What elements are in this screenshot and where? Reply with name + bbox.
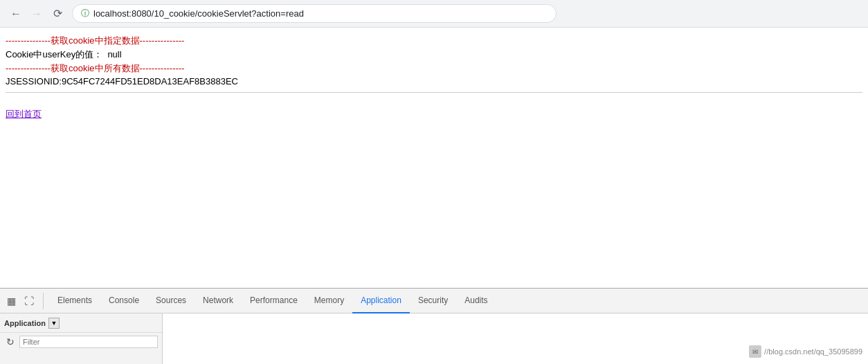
watermark-area: ✉ //blog.csdn.net/qq_35095899 xyxy=(749,339,868,364)
forward-button[interactable]: → xyxy=(28,5,46,23)
devtools-sidebar: Application ▼ ↻ xyxy=(0,313,163,364)
sidebar-title: Application xyxy=(4,319,46,327)
filter-bar: ↻ xyxy=(0,333,162,351)
jsessionid-line: JSESSIONID:9C54FC7244FD51ED8DA13EAF8B388… xyxy=(6,76,862,87)
filter-input[interactable] xyxy=(19,336,158,348)
home-link[interactable]: 回到首页 xyxy=(6,108,42,120)
tab-network[interactable]: Network xyxy=(195,289,242,313)
cookie-userkey-value-line: Cookie中userKey的值： null xyxy=(6,48,862,61)
refresh-button[interactable]: ↻ xyxy=(4,336,17,348)
address-bar: ⓘ xyxy=(72,4,557,23)
tab-performance[interactable]: Performance xyxy=(242,289,306,313)
tab-audits[interactable]: Audits xyxy=(456,289,496,313)
tab-sources[interactable]: Sources xyxy=(147,289,195,313)
devtools-panel: ▦ ⛶ Elements Console Sources Network Per… xyxy=(0,288,868,364)
tab-elements[interactable]: Elements xyxy=(49,289,100,313)
get-all-cookies-line: ---------------获取cookie中所有数据------------… xyxy=(6,62,862,75)
tab-security[interactable]: Security xyxy=(410,289,456,313)
back-button[interactable]: ← xyxy=(7,5,25,23)
page-content: ---------------获取cookie中指定数据------------… xyxy=(0,28,868,288)
tab-application[interactable]: Application xyxy=(352,289,410,313)
browser-toolbar: ← → ⟳ ⓘ xyxy=(0,0,868,28)
device-toggle-icon[interactable]: ⛶ xyxy=(21,293,37,309)
tab-console[interactable]: Console xyxy=(100,289,147,313)
security-icon: ⓘ xyxy=(81,8,89,19)
get-specified-cookie-line: ---------------获取cookie中指定数据------------… xyxy=(6,35,862,47)
nav-buttons: ← → ⟳ xyxy=(7,5,66,23)
page-divider xyxy=(6,92,862,93)
devtools-icon-group: ▦ ⛶ xyxy=(3,293,44,309)
tab-memory[interactable]: Memory xyxy=(306,289,352,313)
devtools-bottom: Application ▼ ↻ xyxy=(0,313,868,364)
url-input[interactable] xyxy=(93,8,548,19)
watermark-icon: ✉ xyxy=(749,345,761,358)
sidebar-header: Application ▼ xyxy=(0,313,162,333)
devtools-tabs: ▦ ⛶ Elements Console Sources Network Per… xyxy=(0,289,868,313)
sidebar-resize-button[interactable]: ▼ xyxy=(48,318,60,329)
watermark-text: //blog.csdn.net/qq_35095899 xyxy=(764,347,862,356)
reload-button[interactable]: ⟳ xyxy=(48,5,66,23)
element-picker-icon[interactable]: ▦ xyxy=(3,293,19,309)
